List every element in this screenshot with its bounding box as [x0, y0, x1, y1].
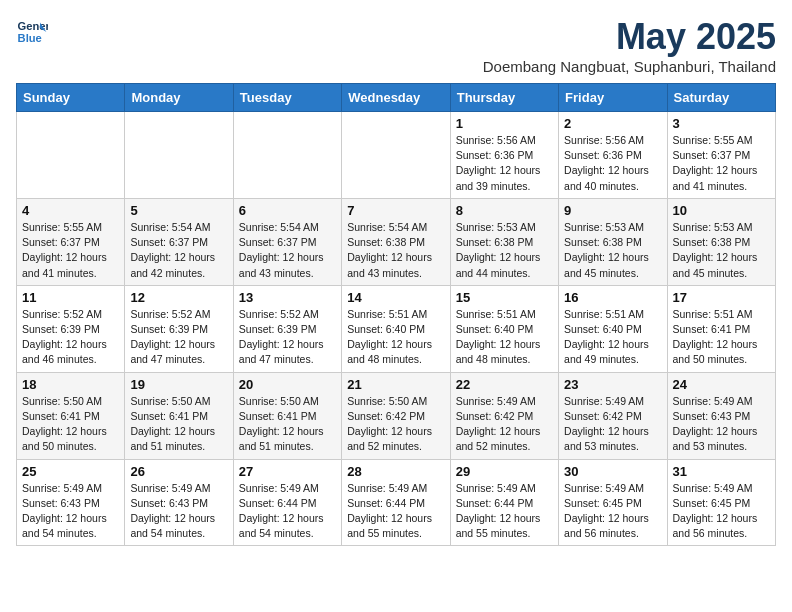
calendar-cell: 3Sunrise: 5:55 AM Sunset: 6:37 PM Daylig…	[667, 112, 775, 199]
day-info: Sunrise: 5:49 AM Sunset: 6:43 PM Dayligh…	[673, 394, 770, 455]
calendar-cell: 19Sunrise: 5:50 AM Sunset: 6:41 PM Dayli…	[125, 372, 233, 459]
calendar-cell: 26Sunrise: 5:49 AM Sunset: 6:43 PM Dayli…	[125, 459, 233, 546]
day-number: 17	[673, 290, 770, 305]
calendar-table: SundayMondayTuesdayWednesdayThursdayFrid…	[16, 83, 776, 546]
day-number: 25	[22, 464, 119, 479]
calendar-cell: 11Sunrise: 5:52 AM Sunset: 6:39 PM Dayli…	[17, 285, 125, 372]
day-info: Sunrise: 5:51 AM Sunset: 6:41 PM Dayligh…	[673, 307, 770, 368]
svg-text:General: General	[18, 20, 48, 32]
day-info: Sunrise: 5:51 AM Sunset: 6:40 PM Dayligh…	[347, 307, 444, 368]
day-number: 3	[673, 116, 770, 131]
calendar-cell: 28Sunrise: 5:49 AM Sunset: 6:44 PM Dayli…	[342, 459, 450, 546]
calendar-cell: 10Sunrise: 5:53 AM Sunset: 6:38 PM Dayli…	[667, 198, 775, 285]
day-number: 23	[564, 377, 661, 392]
calendar-cell: 5Sunrise: 5:54 AM Sunset: 6:37 PM Daylig…	[125, 198, 233, 285]
day-info: Sunrise: 5:49 AM Sunset: 6:44 PM Dayligh…	[347, 481, 444, 542]
weekday-header-friday: Friday	[559, 84, 667, 112]
weekday-header-sunday: Sunday	[17, 84, 125, 112]
calendar-cell: 15Sunrise: 5:51 AM Sunset: 6:40 PM Dayli…	[450, 285, 558, 372]
calendar-cell: 21Sunrise: 5:50 AM Sunset: 6:42 PM Dayli…	[342, 372, 450, 459]
calendar-cell: 29Sunrise: 5:49 AM Sunset: 6:44 PM Dayli…	[450, 459, 558, 546]
day-info: Sunrise: 5:54 AM Sunset: 6:37 PM Dayligh…	[239, 220, 336, 281]
day-number: 31	[673, 464, 770, 479]
day-info: Sunrise: 5:53 AM Sunset: 6:38 PM Dayligh…	[456, 220, 553, 281]
day-info: Sunrise: 5:53 AM Sunset: 6:38 PM Dayligh…	[673, 220, 770, 281]
day-number: 19	[130, 377, 227, 392]
day-info: Sunrise: 5:55 AM Sunset: 6:37 PM Dayligh…	[22, 220, 119, 281]
day-number: 21	[347, 377, 444, 392]
day-number: 22	[456, 377, 553, 392]
day-info: Sunrise: 5:49 AM Sunset: 6:44 PM Dayligh…	[239, 481, 336, 542]
week-row-4: 18Sunrise: 5:50 AM Sunset: 6:41 PM Dayli…	[17, 372, 776, 459]
weekday-header-tuesday: Tuesday	[233, 84, 341, 112]
calendar-cell: 14Sunrise: 5:51 AM Sunset: 6:40 PM Dayli…	[342, 285, 450, 372]
calendar-cell: 2Sunrise: 5:56 AM Sunset: 6:36 PM Daylig…	[559, 112, 667, 199]
day-number: 27	[239, 464, 336, 479]
calendar-cell: 4Sunrise: 5:55 AM Sunset: 6:37 PM Daylig…	[17, 198, 125, 285]
calendar-cell: 24Sunrise: 5:49 AM Sunset: 6:43 PM Dayli…	[667, 372, 775, 459]
calendar-cell	[125, 112, 233, 199]
weekday-header-monday: Monday	[125, 84, 233, 112]
day-info: Sunrise: 5:50 AM Sunset: 6:41 PM Dayligh…	[22, 394, 119, 455]
calendar-cell: 6Sunrise: 5:54 AM Sunset: 6:37 PM Daylig…	[233, 198, 341, 285]
calendar-cell: 31Sunrise: 5:49 AM Sunset: 6:45 PM Dayli…	[667, 459, 775, 546]
calendar-cell: 12Sunrise: 5:52 AM Sunset: 6:39 PM Dayli…	[125, 285, 233, 372]
day-info: Sunrise: 5:51 AM Sunset: 6:40 PM Dayligh…	[456, 307, 553, 368]
day-number: 28	[347, 464, 444, 479]
page-header: General Blue May 2025 Doembang Nangbuat,…	[16, 16, 776, 75]
day-number: 13	[239, 290, 336, 305]
day-number: 30	[564, 464, 661, 479]
calendar-cell: 8Sunrise: 5:53 AM Sunset: 6:38 PM Daylig…	[450, 198, 558, 285]
title-block: May 2025 Doembang Nangbuat, Suphanburi, …	[483, 16, 776, 75]
day-info: Sunrise: 5:55 AM Sunset: 6:37 PM Dayligh…	[673, 133, 770, 194]
day-number: 26	[130, 464, 227, 479]
day-number: 18	[22, 377, 119, 392]
day-number: 6	[239, 203, 336, 218]
day-number: 14	[347, 290, 444, 305]
day-info: Sunrise: 5:49 AM Sunset: 6:44 PM Dayligh…	[456, 481, 553, 542]
location-title: Doembang Nangbuat, Suphanburi, Thailand	[483, 58, 776, 75]
calendar-cell: 22Sunrise: 5:49 AM Sunset: 6:42 PM Dayli…	[450, 372, 558, 459]
logo-icon: General Blue	[16, 16, 48, 48]
calendar-cell: 17Sunrise: 5:51 AM Sunset: 6:41 PM Dayli…	[667, 285, 775, 372]
day-number: 15	[456, 290, 553, 305]
weekday-header-saturday: Saturday	[667, 84, 775, 112]
day-number: 1	[456, 116, 553, 131]
day-info: Sunrise: 5:49 AM Sunset: 6:42 PM Dayligh…	[564, 394, 661, 455]
day-info: Sunrise: 5:56 AM Sunset: 6:36 PM Dayligh…	[564, 133, 661, 194]
day-number: 9	[564, 203, 661, 218]
day-info: Sunrise: 5:50 AM Sunset: 6:41 PM Dayligh…	[130, 394, 227, 455]
day-number: 16	[564, 290, 661, 305]
day-number: 4	[22, 203, 119, 218]
day-info: Sunrise: 5:52 AM Sunset: 6:39 PM Dayligh…	[130, 307, 227, 368]
week-row-1: 1Sunrise: 5:56 AM Sunset: 6:36 PM Daylig…	[17, 112, 776, 199]
day-number: 20	[239, 377, 336, 392]
calendar-cell: 13Sunrise: 5:52 AM Sunset: 6:39 PM Dayli…	[233, 285, 341, 372]
calendar-cell: 30Sunrise: 5:49 AM Sunset: 6:45 PM Dayli…	[559, 459, 667, 546]
day-number: 12	[130, 290, 227, 305]
day-info: Sunrise: 5:49 AM Sunset: 6:45 PM Dayligh…	[673, 481, 770, 542]
month-title: May 2025	[483, 16, 776, 58]
day-number: 7	[347, 203, 444, 218]
calendar-cell: 20Sunrise: 5:50 AM Sunset: 6:41 PM Dayli…	[233, 372, 341, 459]
day-info: Sunrise: 5:52 AM Sunset: 6:39 PM Dayligh…	[22, 307, 119, 368]
day-info: Sunrise: 5:53 AM Sunset: 6:38 PM Dayligh…	[564, 220, 661, 281]
day-number: 29	[456, 464, 553, 479]
calendar-cell: 23Sunrise: 5:49 AM Sunset: 6:42 PM Dayli…	[559, 372, 667, 459]
day-info: Sunrise: 5:51 AM Sunset: 6:40 PM Dayligh…	[564, 307, 661, 368]
day-info: Sunrise: 5:50 AM Sunset: 6:41 PM Dayligh…	[239, 394, 336, 455]
calendar-cell: 27Sunrise: 5:49 AM Sunset: 6:44 PM Dayli…	[233, 459, 341, 546]
day-info: Sunrise: 5:50 AM Sunset: 6:42 PM Dayligh…	[347, 394, 444, 455]
day-number: 11	[22, 290, 119, 305]
day-number: 2	[564, 116, 661, 131]
week-row-3: 11Sunrise: 5:52 AM Sunset: 6:39 PM Dayli…	[17, 285, 776, 372]
weekday-header-thursday: Thursday	[450, 84, 558, 112]
day-info: Sunrise: 5:49 AM Sunset: 6:43 PM Dayligh…	[130, 481, 227, 542]
calendar-cell: 7Sunrise: 5:54 AM Sunset: 6:38 PM Daylig…	[342, 198, 450, 285]
logo: General Blue	[16, 16, 48, 48]
calendar-cell	[17, 112, 125, 199]
day-info: Sunrise: 5:52 AM Sunset: 6:39 PM Dayligh…	[239, 307, 336, 368]
week-row-5: 25Sunrise: 5:49 AM Sunset: 6:43 PM Dayli…	[17, 459, 776, 546]
day-info: Sunrise: 5:49 AM Sunset: 6:42 PM Dayligh…	[456, 394, 553, 455]
day-number: 24	[673, 377, 770, 392]
